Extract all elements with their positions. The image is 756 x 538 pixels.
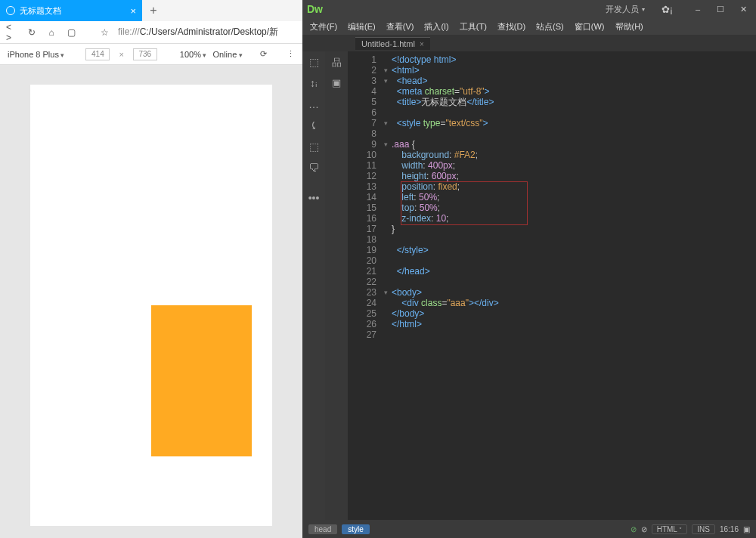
tool-icon[interactable]: ⬚ (309, 141, 319, 153)
menu-item[interactable]: 站点(S) (536, 21, 564, 32)
code-line[interactable] (392, 107, 753, 118)
menu-item[interactable]: 查看(V) (386, 21, 414, 32)
tool-icon[interactable]: ↕ᵢ (310, 77, 318, 89)
address-bar: < > ↻ ⌂ ▢ ☆ file:///C:/Users/Administrat… (0, 21, 302, 44)
file-tab-bar: Untitled-1.html× (302, 35, 756, 51)
breadcrumb-head[interactable]: head (308, 524, 337, 534)
tool-icon[interactable]: ⤹ (309, 119, 318, 131)
zoom-select[interactable]: 100% (180, 50, 207, 59)
code-line[interactable]: <head> (392, 76, 753, 86)
lint-icon[interactable]: ⊘ (641, 525, 647, 533)
menu-bar: 文件(F)编辑(E)查看(V)插入(I)工具(T)查找(D)站点(S)窗口(W)… (302, 18, 756, 35)
line-gutter: 1234567891011121314151617181920212223242… (348, 54, 381, 340)
panel-icon[interactable]: ▢ (65, 27, 77, 38)
code-line[interactable]: <html> (392, 65, 753, 76)
settings-icon[interactable]: ✿¡ (662, 4, 673, 15)
close-file-icon[interactable]: × (420, 40, 424, 48)
code-line[interactable]: .aaa { (392, 139, 753, 150)
menu-item[interactable]: 文件(F) (310, 21, 337, 32)
code-line[interactable]: height: 600px; (392, 171, 753, 181)
tool-icon[interactable]: 品 (332, 56, 342, 70)
code-line[interactable]: <!doctype html> (392, 54, 753, 65)
status-bar: head style ⊘ ⊘ HTML ˅ INS 16:16 ▣ (302, 520, 756, 538)
code-line[interactable]: </head> (392, 266, 753, 277)
left-tool-strip-2: 品▣ (325, 51, 348, 520)
reload-icon[interactable]: ↻ (26, 27, 38, 38)
minimize-button[interactable]: – (689, 5, 706, 14)
cursor-position: 16:16 (720, 525, 739, 533)
tool-icon[interactable]: 🗨 (308, 162, 319, 174)
dreamweaver-panel: Dw 开发人员 ▾ ✿¡ – ☐ ✕ 文件(F)编辑(E)查看(V)插入(I)工… (302, 0, 756, 538)
devtools-device-bar: iPhone 8 Plus 414 × 736 100% Online ⟳ ⋮ (0, 44, 302, 65)
workspace-selector[interactable]: 开发人员 ▾ (606, 4, 645, 15)
code-line[interactable] (392, 255, 753, 266)
tab-title: 无标题文档 (20, 5, 61, 17)
new-tab-button[interactable]: + (142, 0, 165, 21)
width-input[interactable]: 414 (85, 48, 110, 60)
language-selector[interactable]: HTML ˅ (652, 524, 688, 534)
highlight-box (401, 181, 528, 225)
dw-logo: Dw (307, 3, 323, 15)
code-line[interactable]: <title>无标题文档</title> (392, 97, 753, 107)
maximize-button[interactable]: ☐ (712, 5, 729, 14)
insert-mode[interactable]: INS (692, 524, 715, 534)
preview-area (0, 65, 302, 538)
code-line[interactable]: width: 400px; (392, 160, 753, 171)
code-editor[interactable]: 1234567891011121314151617181920212223242… (348, 51, 756, 520)
breadcrumb-style[interactable]: style (342, 524, 370, 534)
tool-icon[interactable]: ••• (308, 192, 320, 204)
editor-row: ⬚↕ᵢ…⤹⬚🗨••• 品▣ 12345678910111213141516171… (302, 51, 756, 520)
devbar-menu-icon[interactable]: ⋮ (287, 49, 295, 59)
browser-panel: 无标题文档 × + < > ↻ ⌂ ▢ ☆ file:///C:/Users/A… (0, 0, 302, 538)
close-tab-icon[interactable]: × (130, 5, 136, 17)
globe-icon (6, 6, 15, 15)
code-line[interactable] (392, 234, 753, 245)
sync-icon[interactable]: ⊘ (631, 525, 637, 533)
code-line[interactable]: <body> (392, 287, 753, 298)
rotate-icon[interactable]: ⟳ (260, 49, 267, 59)
code-line[interactable]: <meta charset="utf-8"> (392, 86, 753, 97)
code-line[interactable]: </html> (392, 319, 753, 329)
tool-icon[interactable]: … (308, 98, 319, 110)
menu-item[interactable]: 编辑(E) (348, 21, 376, 32)
code-line[interactable] (392, 277, 753, 287)
close-button[interactable]: ✕ (735, 5, 751, 14)
tool-icon[interactable]: ▣ (332, 77, 341, 88)
code-line[interactable]: <div class="aaa"></div> (392, 298, 753, 308)
code-line[interactable] (392, 329, 753, 340)
title-bar: Dw 开发人员 ▾ ✿¡ – ☐ ✕ (302, 0, 756, 18)
code-line[interactable]: background: #FA2; (392, 150, 753, 160)
home-icon[interactable]: ⌂ (45, 27, 57, 38)
tool-icon[interactable]: ⬚ (309, 56, 319, 68)
code-line[interactable]: </body> (392, 308, 753, 319)
menu-item[interactable]: 工具(T) (460, 21, 487, 32)
browser-tab-active[interactable]: 无标题文档 × (0, 0, 142, 21)
menu-item[interactable]: 查找(D) (497, 21, 525, 32)
code-line[interactable] (392, 128, 753, 139)
url-field[interactable]: file:///C:/Users/Administrator/Desktop/新 (118, 26, 296, 39)
fold-gutter[interactable]: ▾▾▾▾▾ (381, 54, 390, 340)
code-line[interactable]: </style> (392, 245, 753, 255)
left-tool-strip: ⬚↕ᵢ…⤹⬚🗨••• (302, 51, 325, 520)
height-input[interactable]: 736 (133, 48, 157, 60)
star-icon[interactable]: ☆ (98, 27, 110, 38)
device-frame (30, 85, 272, 526)
code-line[interactable]: } (392, 224, 753, 234)
nav-backfwd-icon[interactable]: < > (6, 22, 18, 43)
file-tab[interactable]: Untitled-1.html× (355, 37, 430, 50)
code-line[interactable]: <style type="text/css"> (392, 118, 753, 128)
throttle-select[interactable]: Online (213, 50, 243, 59)
tab-bar: 无标题文档 × + (0, 0, 302, 21)
menu-item[interactable]: 帮助(H) (615, 21, 643, 32)
menu-item[interactable]: 窗口(W) (575, 21, 605, 32)
panel-toggle-icon[interactable]: ▣ (743, 525, 750, 533)
device-select[interactable]: iPhone 8 Plus (8, 50, 64, 59)
dim-sep: × (116, 50, 126, 59)
menu-item[interactable]: 插入(I) (424, 21, 448, 32)
aaa-box (151, 305, 252, 456)
